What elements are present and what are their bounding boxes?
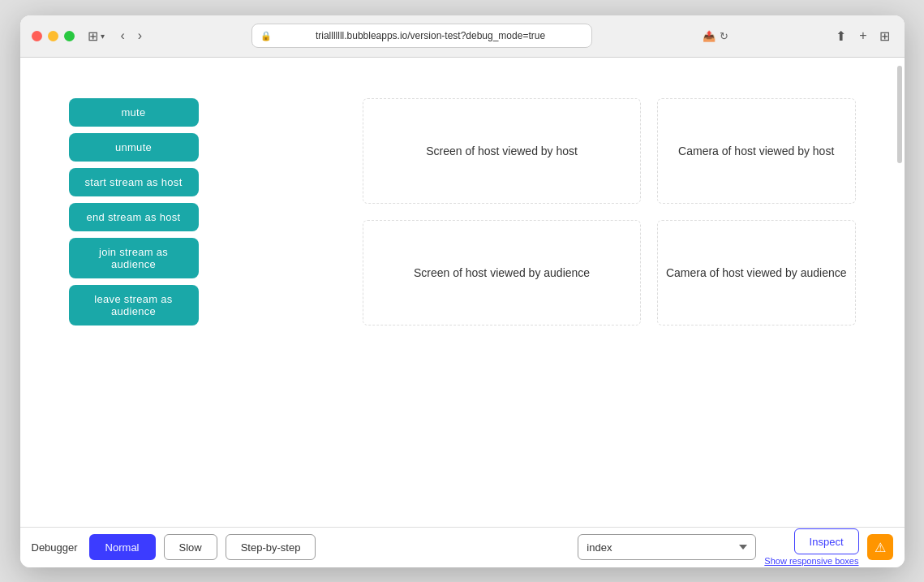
title-bar: ⊞ ▾ ‹ › 🔒 trialllllll.bubbleapps.io/vers… (20, 15, 905, 58)
back-button[interactable]: ‹ (116, 25, 130, 46)
address-bar[interactable]: 🔒 trialllllll.bubbleapps.io/version-test… (251, 24, 592, 48)
share-icon[interactable]: 📤 (703, 30, 716, 42)
close-button[interactable] (32, 31, 42, 41)
chevron-down-icon: ▾ (101, 32, 105, 41)
debugger-right: index Inspect Show responsive boxes ⚠ (578, 528, 892, 566)
minimize-button[interactable] (48, 31, 58, 41)
leave-stream-audience-button[interactable]: leave stream as audience (69, 285, 199, 325)
debugger-label: Debugger (32, 541, 78, 554)
warning-button[interactable]: ⚠ (867, 534, 893, 560)
inspect-area: Inspect Show responsive boxes (764, 528, 858, 566)
browser-window: ⊞ ▾ ‹ › 🔒 trialllllll.bubbleapps.io/vers… (20, 15, 905, 567)
screen-host-audience-label: Screen of host viewed by audience (363, 220, 641, 325)
show-responsive-link[interactable]: Show responsive boxes (764, 556, 858, 566)
sidebar-toggle[interactable]: ⊞ ▾ (88, 28, 105, 44)
step-by-step-button[interactable]: Step-by-step (226, 534, 316, 560)
content-area: Screen of host viewed by host Camera of … (20, 58, 905, 527)
scroll-thumb[interactable] (897, 66, 902, 163)
normal-mode-button[interactable]: Normal (89, 534, 156, 560)
maximize-button[interactable] (64, 31, 75, 41)
traffic-lights (32, 31, 75, 41)
stream-buttons-col: mute unmute start stream as host end str… (69, 98, 199, 325)
camera-host-host-label: Camera of host viewed by host (657, 98, 856, 204)
add-tab-icon[interactable]: + (857, 26, 869, 45)
upload-icon[interactable]: ⬆ (833, 26, 849, 46)
scrollbar[interactable] (896, 58, 903, 527)
index-select[interactable]: index (578, 534, 756, 560)
grid-icon[interactable]: ⊞ (877, 26, 892, 46)
unmute-button[interactable]: unmute (69, 133, 199, 162)
end-stream-host-button[interactable]: end stream as host (69, 203, 199, 231)
join-stream-audience-button[interactable]: join stream as audience (69, 238, 199, 278)
stream-sections: Screen of host viewed by host Camera of … (69, 98, 856, 325)
start-stream-host-button[interactable]: start stream as host (69, 168, 199, 196)
sidebar-icon: ⊞ (88, 28, 98, 44)
screen-host-host-label: Screen of host viewed by host (363, 98, 641, 204)
debugger-bar: Debugger Normal Slow Step-by-step index … (20, 527, 905, 567)
mute-button[interactable]: mute (69, 98, 199, 127)
lock-icon: 🔒 (260, 31, 272, 41)
forward-button[interactable]: › (133, 25, 147, 46)
addr-actions: 📤 ↻ (703, 30, 728, 42)
nav-buttons: ‹ › (116, 25, 148, 46)
slow-mode-button[interactable]: Slow (164, 534, 217, 560)
main-content: Screen of host viewed by host Camera of … (20, 58, 905, 527)
camera-host-audience-label: Camera of host viewed by audience (657, 220, 856, 325)
refresh-icon[interactable]: ↻ (720, 30, 728, 42)
address-text: trialllllll.bubbleapps.io/version-test?d… (277, 30, 583, 41)
warning-icon: ⚠ (875, 540, 886, 555)
inspect-button[interactable]: Inspect (794, 528, 859, 554)
toolbar-right: ⬆ + ⊞ (833, 26, 892, 46)
